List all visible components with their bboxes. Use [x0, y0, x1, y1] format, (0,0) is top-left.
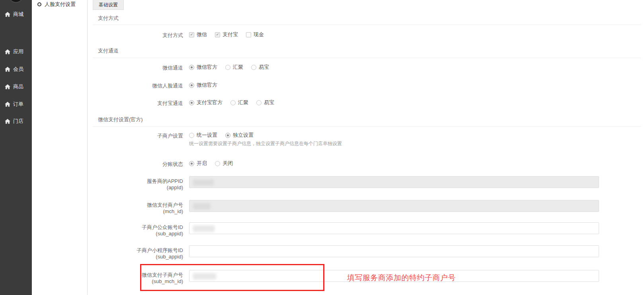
- checkbox-checked-icon: [189, 32, 194, 37]
- redacted-value: [193, 225, 215, 232]
- sub-sidebar: 人脸支付设置: [32, 0, 88, 295]
- checkbox-label: 支付宝: [222, 31, 238, 38]
- avatar[interactable]: [8, 0, 23, 3]
- sidebar-item-label: 应用: [13, 48, 23, 55]
- radio-label: 支付宝官方: [197, 99, 222, 106]
- section-title-pay-channel: 支付通道: [98, 47, 119, 54]
- field-label-line2: (sub_mch_id): [90, 278, 183, 285]
- radio-selected-icon: [225, 133, 230, 138]
- radio-icon: [225, 65, 230, 70]
- field-label-line1: 子商户公众账号ID: [90, 224, 183, 231]
- sidebar-item-mall[interactable]: 商城: [0, 10, 32, 19]
- radio-selected-icon: [189, 65, 194, 70]
- field-label-split-status: 分账状态: [90, 161, 183, 167]
- radio-label: 易宝: [259, 64, 269, 71]
- sub-appid-mini-input[interactable]: [189, 245, 599, 257]
- main-sidebar: 商城 应用 会员 商品 订单 门店: [0, 0, 32, 295]
- field-label-line1: 微信支付子商户号: [90, 272, 183, 278]
- checkbox-option-wechat[interactable]: 微信: [189, 31, 207, 38]
- wechat-channel-radio-group: 微信官方 汇聚 易宝: [189, 64, 269, 71]
- sidebar-item-members[interactable]: 会员: [0, 65, 32, 74]
- field-label-wechat-face-channel: 微信人脸通道: [90, 83, 183, 89]
- field-label-line1: 子商户小程序账号ID: [90, 247, 183, 254]
- sidebar-item-orders[interactable]: 订单: [0, 100, 32, 109]
- radio-option-off[interactable]: 关闭: [215, 160, 233, 167]
- field-label-sub-appid-mp: 子商户公众账号ID (sub_appid): [90, 224, 183, 237]
- radio-label: 易宝: [264, 99, 274, 106]
- radio-option-wechat-official[interactable]: 微信官方: [189, 82, 217, 89]
- radio-label: 独立设置: [233, 132, 254, 139]
- redacted-value: [193, 273, 216, 279]
- radio-option-alipay-official[interactable]: 支付宝官方: [189, 99, 222, 106]
- radio-label: 开启: [197, 160, 207, 167]
- field-label-sp-appid: 服务商的APPID (appId): [90, 178, 183, 191]
- field-label-sub-merchant-mode: 子商户设置: [90, 133, 183, 139]
- radio-icon: [256, 100, 262, 105]
- field-label-line2: (appId): [90, 184, 183, 191]
- field-label-line1: 微信支付商户号: [90, 202, 183, 208]
- wechat-face-channel-radio-group: 微信官方: [189, 82, 217, 89]
- home-icon: [5, 12, 10, 17]
- home-icon: [5, 101, 10, 107]
- checkbox-option-cash[interactable]: 现金: [246, 31, 264, 38]
- radio-icon: [230, 100, 236, 105]
- redacted-value: [193, 179, 214, 186]
- radio-option-on[interactable]: 开启: [189, 160, 207, 167]
- split-status-radio-group: 开启 关闭: [189, 160, 233, 167]
- sidebar-item-label: 会员: [13, 66, 23, 73]
- sidebar-item-stores[interactable]: 门店: [0, 117, 32, 126]
- home-icon: [5, 118, 10, 124]
- section-divider: [93, 126, 641, 127]
- radio-selected-icon: [189, 100, 194, 105]
- section-divider: [93, 25, 641, 25]
- pay-method-checkbox-group: 微信 支付宝 现金: [189, 31, 264, 38]
- home-icon: [5, 84, 10, 89]
- radio-label: 微信官方: [197, 82, 217, 89]
- sidebar-item-label: 商城: [13, 11, 23, 18]
- radio-option-yibao[interactable]: 易宝: [256, 99, 274, 106]
- section-title-wechat-official: 微信支付设置(官方): [98, 116, 143, 123]
- radio-option-yibao[interactable]: 易宝: [251, 64, 269, 71]
- checkbox-label: 微信: [197, 31, 207, 38]
- sub-appid-mp-input[interactable]: [189, 222, 599, 234]
- field-label-wechat-channel: 微信通道: [90, 65, 183, 71]
- tab-basic-settings[interactable]: 基础设置: [93, 0, 124, 10]
- field-label-line2: (mch_id): [90, 208, 183, 215]
- sidebar-item-label: 订单: [13, 101, 23, 108]
- section-divider: [93, 58, 641, 58]
- mch-id-input: [189, 200, 599, 212]
- radio-option-unified-setting[interactable]: 统一设置: [189, 132, 217, 139]
- section-title-pay-method: 支付方式: [98, 15, 119, 22]
- annotation-text: 填写服务商添加的特约子商户号: [347, 273, 456, 283]
- radio-label: 汇聚: [238, 99, 248, 106]
- field-label-line2: (sub_appid): [90, 254, 183, 260]
- sidebar-item-apps[interactable]: 应用: [0, 47, 32, 56]
- radio-option-independent-setting[interactable]: 独立设置: [225, 132, 254, 139]
- submenu-item-face-pay-settings[interactable]: 人脸支付设置: [37, 0, 76, 9]
- field-label-sub-appid-mini: 子商户小程序账号ID (sub_appid): [90, 247, 183, 260]
- field-label-mch-id: 微信支付商户号 (mch_id): [90, 202, 183, 215]
- field-label-sub-mch-id: 微信支付子商户号 (sub_mch_id): [90, 272, 183, 285]
- radio-label: 汇聚: [233, 64, 243, 71]
- radio-icon: [189, 133, 194, 138]
- radio-icon: [215, 161, 220, 166]
- redacted-value: [193, 203, 211, 210]
- sub-merchant-mode-help: 统一设置需要设置子商户信息，独立设置子商户信息在每个门店单独设置: [189, 140, 342, 147]
- home-icon: [5, 66, 10, 72]
- circle-icon: [37, 2, 41, 6]
- sidebar-item-label: 门店: [13, 118, 23, 125]
- field-label-alipay-channel: 支付宝通道: [90, 100, 183, 107]
- checkbox-option-alipay[interactable]: 支付宝: [215, 31, 238, 38]
- radio-option-wechat-official[interactable]: 微信官方: [189, 64, 217, 71]
- submenu-item-label: 人脸支付设置: [45, 1, 76, 8]
- radio-selected-icon: [189, 161, 194, 166]
- field-label-pay-method: 支付方式: [90, 32, 183, 39]
- sidebar-item-goods[interactable]: 商品: [0, 82, 32, 91]
- checkbox-unchecked-icon: [246, 32, 251, 37]
- checkbox-label: 现金: [254, 31, 264, 38]
- alipay-channel-radio-group: 支付宝官方 汇聚 易宝: [189, 99, 274, 106]
- home-icon: [5, 49, 10, 54]
- payment-settings-page: 商城 应用 会员 商品 订单 门店 人脸支付设置 基础设置: [0, 0, 644, 295]
- radio-option-huiju[interactable]: 汇聚: [230, 99, 248, 106]
- radio-option-huiju[interactable]: 汇聚: [225, 64, 243, 71]
